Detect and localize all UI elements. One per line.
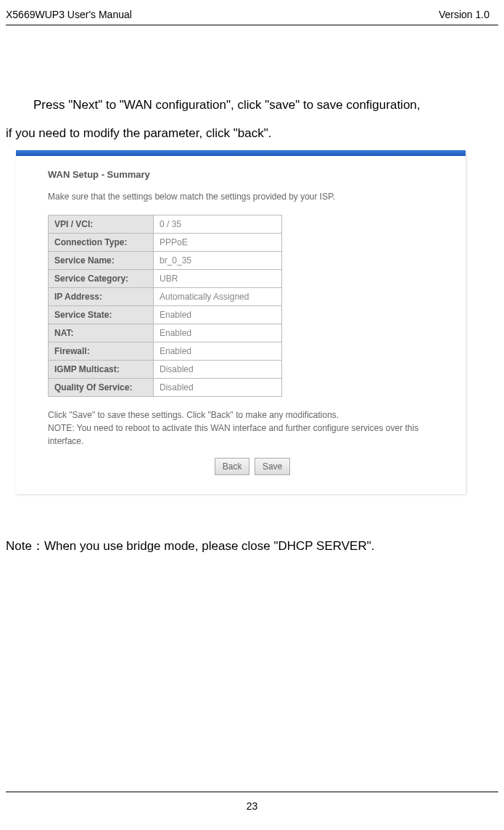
row-label: NAT: xyxy=(49,324,154,342)
row-value: Enabled xyxy=(154,324,282,342)
table-row: Service State:Enabled xyxy=(49,306,282,324)
row-value: 0 / 35 xyxy=(154,215,282,234)
header-right: Version 1.0 xyxy=(439,9,489,20)
row-label: Quality Of Service: xyxy=(49,379,154,397)
table-row: NAT:Enabled xyxy=(49,324,282,342)
row-label: IP Address: xyxy=(49,288,154,306)
row-value: Disabled xyxy=(154,379,282,397)
save-button[interactable]: Save xyxy=(255,458,290,475)
window-title-bar xyxy=(16,150,466,156)
page-number: 23 xyxy=(247,800,258,812)
header-divider xyxy=(6,25,498,25)
paragraph-line-1: Press "Next" to "WAN configuration", cli… xyxy=(6,91,498,119)
table-row: IGMP Multicast:Disabled xyxy=(49,361,282,379)
table-row: IP Address:Automatically Assigned xyxy=(49,288,282,306)
row-value: PPPoE xyxy=(154,234,282,252)
row-label: Service Category: xyxy=(49,270,154,288)
footer-divider xyxy=(6,792,498,792)
row-label: VPI / VCI: xyxy=(49,215,154,234)
panel-note-line-1: Click "Save" to save these settings. Cli… xyxy=(48,408,439,422)
table-row: Connection Type:PPPoE xyxy=(49,234,282,252)
row-value: br_0_35 xyxy=(154,252,282,270)
row-value: Automatically Assigned xyxy=(154,288,282,306)
panel-title: WAN Setup - Summary xyxy=(48,169,457,180)
row-label: Service Name: xyxy=(49,252,154,270)
panel-description: Make sure that the settings below match … xyxy=(48,192,457,202)
row-label: IGMP Multicast: xyxy=(49,361,154,379)
table-row: Quality Of Service:Disabled xyxy=(49,379,282,397)
table-row: Firewall:Enabled xyxy=(49,342,282,361)
row-value: Enabled xyxy=(154,342,282,361)
row-label: Firewall: xyxy=(49,342,154,361)
table-row: VPI / VCI:0 / 35 xyxy=(49,215,282,234)
paragraph-line-2: if you need to modify the parameter, cli… xyxy=(6,119,498,147)
summary-table: VPI / VCI:0 / 35 Connection Type:PPPoE S… xyxy=(48,215,282,397)
table-row: Service Category:UBR xyxy=(49,270,282,288)
wan-setup-screenshot: WAN Setup - Summary Make sure that the s… xyxy=(16,150,466,494)
row-label: Connection Type: xyxy=(49,234,154,252)
row-value: UBR xyxy=(154,270,282,288)
panel-note-line-2: NOTE: You need to reboot to activate thi… xyxy=(48,422,439,448)
row-value: Disabled xyxy=(154,361,282,379)
header-left: X5669WUP3 User's Manual xyxy=(6,9,132,20)
row-value: Enabled xyxy=(154,306,282,324)
table-row: Service Name:br_0_35 xyxy=(49,252,282,270)
row-label: Service State: xyxy=(49,306,154,324)
note-text: Note：When you use bridge mode, please cl… xyxy=(6,538,498,554)
back-button[interactable]: Back xyxy=(215,458,250,475)
